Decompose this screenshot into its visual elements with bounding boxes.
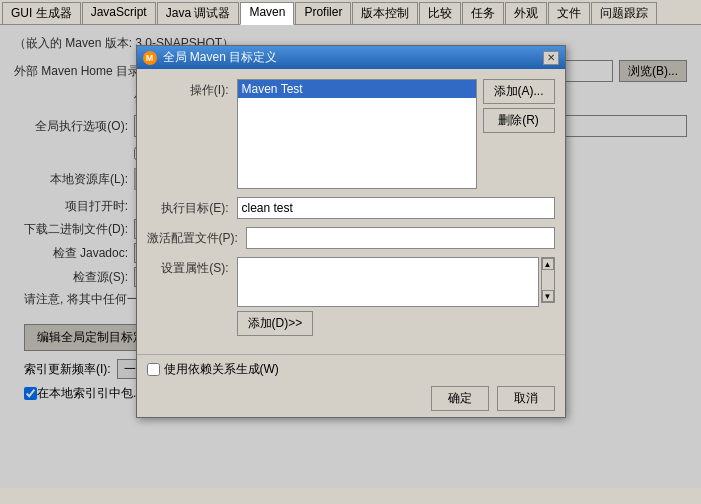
tab-appearance[interactable]: 外观 (505, 2, 547, 24)
modal-dialog: M 全局 Maven 目标定义 ✕ 操作(I): Maven Test (136, 45, 566, 418)
modal-set-properties-row: 设置属性(S): ▲ ▼ 添加(D)>> (147, 257, 555, 336)
set-properties-textarea[interactable] (237, 257, 539, 307)
modal-body: 操作(I): Maven Test 添加(A)... 删除(R) (137, 69, 565, 354)
modal-cancel-button[interactable]: 取消 (497, 386, 555, 411)
modal-actions-with-btns: Maven Test 添加(A)... 删除(R) (237, 79, 555, 189)
modal-use-dep-checkbox-row: 使用依赖关系生成(W) (147, 361, 555, 378)
tab-issue-tracking[interactable]: 问题跟踪 (591, 2, 657, 24)
modal-exec-row: 执行目标(E): (147, 197, 555, 219)
remove-action-button[interactable]: 删除(R) (483, 108, 555, 133)
tab-file[interactable]: 文件 (548, 2, 590, 24)
modal-ok-button[interactable]: 确定 (431, 386, 489, 411)
modal-actions-content: Maven Test 添加(A)... 删除(R) (237, 79, 555, 189)
modal-exec-label: 执行目标(E): (147, 197, 237, 217)
modal-activate-config-row: 激活配置文件(P): (147, 227, 555, 249)
tab-bar: GUI 生成器 JavaScript Java 调试器 Maven Profil… (0, 0, 701, 25)
tab-tasks[interactable]: 任务 (462, 2, 504, 24)
modal-overlay: M 全局 Maven 目标定义 ✕ 操作(I): Maven Test (0, 25, 701, 488)
modal-activate-config-label: 激活配置文件(P): (147, 227, 246, 247)
tab-profiler[interactable]: Profiler (295, 2, 351, 24)
modal-title-left: M 全局 Maven 目标定义 (143, 49, 278, 66)
modal-title-text: 全局 Maven 目标定义 (163, 49, 278, 66)
modal-activate-config-content (246, 227, 555, 249)
action-list[interactable]: Maven Test (237, 79, 477, 189)
tab-version-control[interactable]: 版本控制 (352, 2, 418, 24)
modal-icon: M (143, 51, 157, 65)
add-property-button[interactable]: 添加(D)>> (237, 311, 314, 336)
tab-javascript[interactable]: JavaScript (82, 2, 156, 24)
modal-exec-content (237, 197, 555, 219)
tab-gui[interactable]: GUI 生成器 (2, 2, 81, 24)
modal-footer-buttons: 确定 取消 (147, 386, 555, 411)
modal-set-properties-content: ▲ ▼ 添加(D)>> (237, 257, 555, 336)
modal-actions-label: 操作(I): (147, 79, 237, 99)
scroll-down-arrow[interactable]: ▼ (542, 290, 554, 302)
modal-close-button[interactable]: ✕ (543, 51, 559, 65)
use-dep-checkbox[interactable] (147, 363, 160, 376)
tab-java-debug[interactable]: Java 调试器 (157, 2, 240, 24)
use-dep-label: 使用依赖关系生成(W) (164, 361, 279, 378)
scroll-up-arrow[interactable]: ▲ (542, 258, 554, 270)
modal-actions-row: 操作(I): Maven Test 添加(A)... 删除(R) (147, 79, 555, 189)
add-action-button[interactable]: 添加(A)... (483, 79, 555, 104)
tab-compare[interactable]: 比较 (419, 2, 461, 24)
modal-footer: 使用依赖关系生成(W) 确定 取消 (137, 354, 565, 417)
main-content: （嵌入的 Maven 版本: 3.0-SNAPSHOT） 外部 Maven Ho… (0, 25, 701, 488)
modal-action-buttons: 添加(A)... 删除(R) (483, 79, 555, 133)
action-list-item-maven-test[interactable]: Maven Test (238, 80, 476, 98)
exec-target-input[interactable] (237, 197, 555, 219)
modal-set-properties-label: 设置属性(S): (147, 257, 237, 277)
modal-titlebar: M 全局 Maven 目标定义 ✕ (137, 46, 565, 69)
activate-config-input[interactable] (246, 227, 555, 249)
tab-maven[interactable]: Maven (240, 2, 294, 25)
